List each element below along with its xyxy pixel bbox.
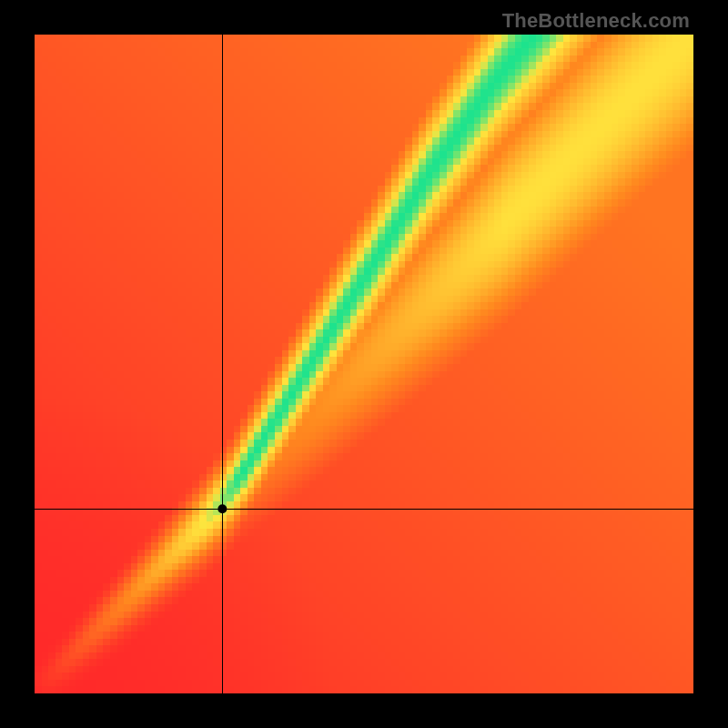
chart-frame: TheBottleneck.com bbox=[0, 0, 728, 728]
plot-area bbox=[35, 35, 693, 693]
overlay-canvas bbox=[35, 35, 693, 693]
watermark-label: TheBottleneck.com bbox=[502, 9, 690, 33]
